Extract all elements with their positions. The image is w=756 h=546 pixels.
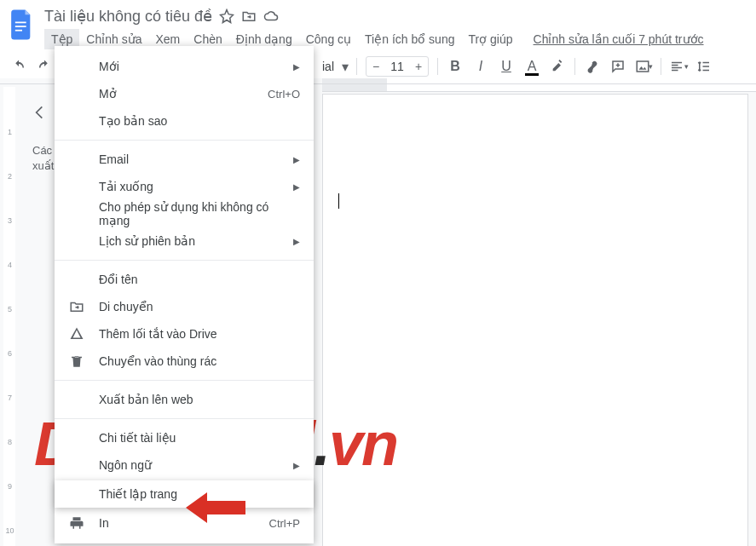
ruler-tick: 9 (3, 482, 16, 491)
underline-button[interactable]: U (494, 55, 518, 78)
outline-panel: Các xuất (15, 78, 53, 546)
submenu-arrow-icon: ▶ (293, 155, 300, 164)
redo-button[interactable] (32, 55, 56, 78)
text-cursor (338, 193, 339, 209)
drive-shortcut-icon (68, 325, 85, 342)
header-main: Tài liệu không có tiêu đề Tệp Chỉnh sửa … (44, 5, 753, 49)
menu-item-make-copy[interactable]: Tạo bản sao (55, 107, 314, 135)
insert-image-button[interactable]: ▾ (632, 55, 655, 78)
menu-item-move[interactable]: Di chuyển (55, 293, 314, 320)
cloud-status-icon[interactable] (263, 9, 279, 24)
outline-text: Các xuất (15, 129, 53, 174)
svg-rect-3 (637, 61, 649, 72)
undo-button[interactable] (7, 55, 31, 78)
separator (574, 58, 575, 75)
menu-item-details[interactable]: Chi tiết tài liệu (55, 424, 314, 451)
font-size-value[interactable]: 11 (385, 60, 409, 73)
folder-move-icon (68, 298, 85, 315)
menu-item-add-shortcut[interactable]: Thêm lối tắt vào Drive (55, 320, 314, 348)
move-folder-icon[interactable] (241, 9, 257, 24)
ruler-tick: 8 (3, 438, 16, 446)
docs-logo-icon[interactable] (7, 5, 38, 44)
submenu-arrow-icon: ▶ (293, 62, 300, 72)
menu-item-publish[interactable]: Xuất bản lên web (55, 386, 314, 413)
document-page[interactable] (322, 94, 748, 546)
menu-divider (55, 380, 314, 381)
ruler-tick: 6 (3, 349, 16, 358)
menu-item-language[interactable]: Ngôn ngữ ▶ (55, 451, 314, 479)
add-comment-button[interactable] (606, 55, 630, 78)
file-menu-dropdown: Mới ▶ Mở Ctrl+O Tạo bản sao Email ▶ Tải … (55, 46, 314, 543)
font-name[interactable]: ial (319, 60, 338, 73)
last-edit-link[interactable]: Chỉnh sửa lần cuối 7 phút trước (534, 32, 704, 46)
menu-item-email[interactable]: Email ▶ (55, 146, 314, 173)
menu-divider (55, 260, 314, 261)
outline-back-icon[interactable] (22, 95, 56, 129)
title-row: Tài liệu không có tiêu đề (44, 5, 753, 29)
highlight-button[interactable] (545, 55, 569, 78)
font-size-increase[interactable]: + (409, 57, 428, 76)
menu-item-trash[interactable]: Chuyển vào thùng rác (55, 348, 314, 375)
italic-button[interactable]: I (469, 55, 493, 78)
text-color-button[interactable]: A (520, 55, 544, 78)
app-header: Tài liệu không có tiêu đề Tệp Chỉnh sửa … (0, 0, 756, 49)
separator (437, 58, 438, 75)
align-button[interactable]: ▾ (667, 55, 690, 78)
menu-help[interactable]: Trợ giúp (461, 29, 519, 49)
menu-item-page-setup[interactable]: Thiết lập trang (55, 480, 314, 508)
doc-title[interactable]: Tài liệu không có tiêu đề (44, 7, 212, 26)
ruler-tick: 7 (3, 394, 16, 402)
menu-addons[interactable]: Tiện ích bổ sung (358, 29, 461, 49)
ruler-tick: 1 (3, 128, 16, 136)
submenu-arrow-icon: ▶ (293, 237, 300, 246)
svg-rect-2 (15, 30, 22, 32)
bold-button[interactable]: B (443, 55, 467, 78)
menu-item-download[interactable]: Tải xuống ▶ (55, 173, 314, 200)
line-spacing-button[interactable] (692, 55, 716, 78)
separator (356, 58, 357, 75)
separator (661, 58, 661, 75)
svg-rect-1 (15, 26, 26, 27)
insert-link-button[interactable] (580, 55, 604, 78)
menu-item-rename[interactable]: Đổi tên (55, 266, 314, 293)
font-size-control: − 11 + (366, 56, 429, 77)
menu-item-offline[interactable]: Cho phép sử dụng khi không có mạng (55, 200, 314, 227)
submenu-arrow-icon: ▶ (293, 182, 300, 192)
ruler-tick: 10 (3, 526, 16, 535)
font-dropdown-icon[interactable]: ▾ (339, 55, 351, 78)
submenu-arrow-icon: ▶ (293, 461, 300, 470)
trash-icon (68, 353, 85, 370)
svg-rect-0 (15, 22, 26, 24)
print-icon (68, 514, 85, 532)
menu-item-version-history[interactable]: Lịch sử phiên bản ▶ (55, 227, 314, 255)
menu-item-open[interactable]: Mở Ctrl+O (55, 80, 314, 107)
ruler-tick: 2 (3, 172, 16, 181)
font-size-decrease[interactable]: − (366, 57, 385, 76)
ruler-tick: 3 (3, 216, 16, 225)
menu-item-print[interactable]: In Ctrl+P (55, 509, 314, 537)
menu-divider (55, 140, 314, 141)
star-icon[interactable] (219, 9, 234, 24)
menu-divider (55, 418, 314, 419)
menu-item-new[interactable]: Mới ▶ (55, 53, 314, 80)
ruler-tick: 5 (3, 305, 16, 313)
ruler-tick: 4 (3, 261, 16, 269)
